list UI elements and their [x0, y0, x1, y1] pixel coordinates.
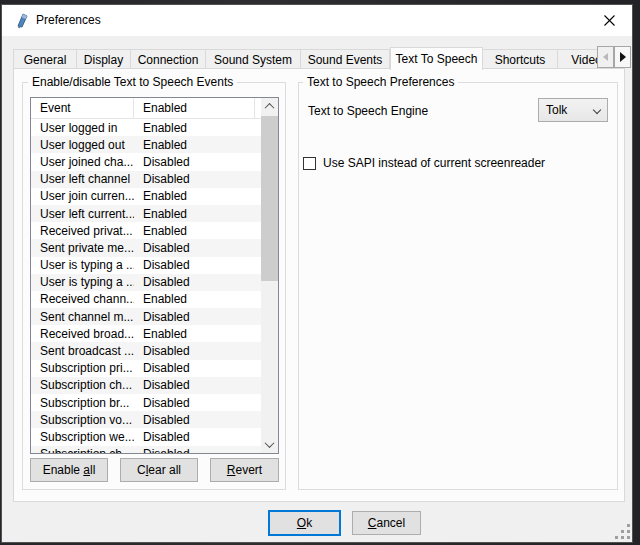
event-cell: Subscription pri...	[31, 361, 134, 375]
enabled-cell: Disabled	[134, 258, 263, 272]
enabled-cell: Enabled	[134, 207, 263, 221]
table-row[interactable]: User left current...Enabled	[31, 205, 263, 222]
tab-scroll-right-button[interactable]	[614, 46, 631, 68]
column-header-enabled[interactable]: Enabled	[134, 98, 255, 118]
preferences-dialog: Preferences GeneralDisplayConnectionSoun…	[1, 4, 633, 543]
tab-scroll-left-button[interactable]	[597, 46, 614, 68]
tab-text-to-speech[interactable]: Text To Speech	[390, 47, 483, 70]
tab-scroll-left-icon	[603, 53, 608, 61]
event-cell: Sent private me...	[31, 241, 134, 255]
tts-engine-select[interactable]: Tolk	[538, 98, 608, 122]
event-cell: Subscription we...	[31, 430, 134, 444]
event-cell: User joined cha...	[31, 155, 134, 169]
close-icon	[604, 15, 615, 26]
enabled-cell: Disabled	[134, 430, 263, 444]
event-cell: Sent broadcast ...	[31, 344, 134, 358]
enabled-cell: Enabled	[134, 327, 263, 341]
tab-sound-events[interactable]: Sound Events	[301, 49, 390, 70]
table-row[interactable]: User is typing a ...Disabled	[31, 257, 263, 274]
list-header[interactable]: Event Enabled	[31, 98, 263, 119]
table-row[interactable]: User is typing a ...Disabled	[31, 274, 263, 291]
vertical-scrollbar[interactable]	[261, 98, 278, 453]
table-row[interactable]: Received privat...Enabled	[31, 222, 263, 239]
enable-all-button[interactable]: Enable all	[30, 458, 108, 482]
enabled-cell: Disabled	[134, 447, 263, 454]
event-cell: User left current...	[31, 207, 134, 221]
clear-all-button[interactable]: Clear all	[120, 458, 198, 482]
table-row[interactable]: User joined cha...Disabled	[31, 153, 263, 170]
event-cell: Subscription br...	[31, 396, 134, 410]
events-groupbox: Enable/disable Text to Speech Events Eve…	[22, 82, 286, 490]
tab-strip: GeneralDisplayConnectionSound SystemSoun…	[13, 46, 599, 70]
tab-connection[interactable]: Connection	[131, 49, 206, 70]
chevron-up-icon	[265, 103, 275, 113]
table-row[interactable]: Received chann...Enabled	[31, 291, 263, 308]
event-cell: Received chann...	[31, 292, 134, 306]
table-row[interactable]: Subscription ch...Disabled	[31, 446, 263, 454]
table-row[interactable]: User logged inEnabled	[31, 119, 263, 136]
event-list-rows: User logged inEnabledUser logged outEnab…	[31, 119, 263, 454]
cancel-button[interactable]: Cancel	[352, 511, 421, 535]
revert-button[interactable]: Revert	[210, 458, 279, 482]
enabled-cell: Disabled	[134, 413, 263, 427]
event-cell: Received broad...	[31, 327, 134, 341]
event-cell: User left channel	[31, 172, 134, 186]
tts-events-list[interactable]: Event Enabled User logged inEnabledUser …	[30, 97, 279, 454]
event-cell: User join curren...	[31, 189, 134, 203]
tts-engine-value: Tolk	[546, 103, 567, 117]
tab-display[interactable]: Display	[77, 49, 131, 70]
table-row[interactable]: Subscription vo...Disabled	[31, 411, 263, 428]
table-row[interactable]: Subscription pri...Disabled	[31, 360, 263, 377]
table-row[interactable]: User logged outEnabled	[31, 136, 263, 153]
table-row[interactable]: Sent broadcast ...Disabled	[31, 342, 263, 359]
sapi-checkbox[interactable]	[303, 157, 316, 170]
engine-label: Text to Speech Engine	[308, 104, 428, 118]
chevron-down-icon	[265, 438, 275, 448]
event-cell: User is typing a ...	[31, 258, 134, 272]
window-title: Preferences	[36, 13, 101, 27]
scrollbar-thumb[interactable]	[261, 116, 278, 281]
enabled-cell: Enabled	[134, 138, 263, 152]
enabled-cell: Disabled	[134, 361, 263, 375]
table-row[interactable]: Subscription ch...Disabled	[31, 377, 263, 394]
event-cell: Subscription ch...	[31, 378, 134, 392]
tab-shortcuts[interactable]: Shortcuts	[483, 49, 558, 70]
app-icon	[14, 12, 31, 29]
tab-page-text-to-speech: Enable/disable Text to Speech Events Eve…	[13, 68, 625, 502]
tts-preferences-group-title: Text to Speech Preferences	[303, 75, 458, 89]
enabled-cell: Enabled	[134, 224, 263, 238]
table-row[interactable]: Sent private me...Disabled	[31, 239, 263, 256]
enabled-cell: Disabled	[134, 310, 263, 324]
title-bar[interactable]: Preferences	[2, 5, 632, 36]
column-header-event[interactable]: Event	[31, 98, 134, 118]
tab-general[interactable]: General	[13, 49, 77, 70]
enabled-cell: Disabled	[134, 172, 263, 186]
close-button[interactable]	[587, 5, 632, 36]
event-cell: User logged in	[31, 121, 134, 135]
combo-chevron-down-icon	[593, 106, 601, 114]
tab-video[interactable]: Video	[558, 49, 599, 70]
ok-button[interactable]: Ok	[268, 510, 341, 536]
tab-sound-system[interactable]: Sound System	[206, 49, 301, 70]
resize-grip[interactable]	[627, 524, 630, 527]
event-cell: User logged out	[31, 138, 134, 152]
scroll-up-button[interactable]	[261, 98, 278, 115]
table-row[interactable]: User left channelDisabled	[31, 171, 263, 188]
scroll-down-button[interactable]	[261, 436, 278, 453]
table-row[interactable]: Received broad...Enabled	[31, 325, 263, 342]
enabled-cell: Enabled	[134, 121, 263, 135]
table-row[interactable]: User join curren...Enabled	[31, 188, 263, 205]
events-group-title: Enable/disable Text to Speech Events	[28, 75, 237, 89]
enabled-cell: Disabled	[134, 275, 263, 289]
tts-preferences-groupbox: Text to Speech Preferences Text to Speec…	[298, 82, 618, 490]
enabled-cell: Enabled	[134, 189, 263, 203]
sapi-checkbox-row[interactable]: Use SAPI instead of current screenreader	[303, 156, 545, 170]
sapi-checkbox-label: Use SAPI instead of current screenreader	[323, 156, 545, 170]
table-row[interactable]: Subscription br...Disabled	[31, 394, 263, 411]
event-cell: Subscription ch...	[31, 447, 134, 454]
table-row[interactable]: Subscription we...Disabled	[31, 428, 263, 445]
table-row[interactable]: Sent channel m...Disabled	[31, 308, 263, 325]
event-cell: Subscription vo...	[31, 413, 134, 427]
enabled-cell: Enabled	[134, 292, 263, 306]
enabled-cell: Disabled	[134, 344, 263, 358]
